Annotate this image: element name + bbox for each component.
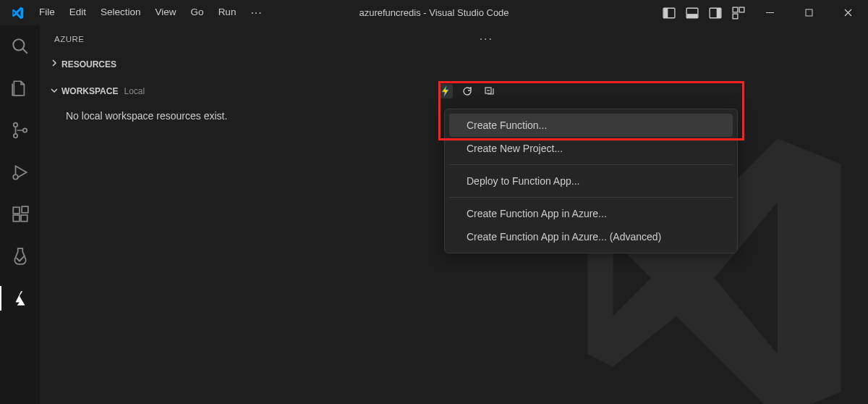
chevron-right-icon: [50, 59, 60, 70]
sidebar-header: AZURE ···: [40, 25, 505, 51]
window-controls: [663, 2, 862, 24]
svg-point-15: [22, 128, 26, 132]
azure-functions-icon[interactable]: [438, 84, 453, 98]
toggle-panel-icon[interactable]: [686, 7, 699, 20]
run-debug-icon[interactable]: [9, 161, 31, 183]
svg-rect-19: [21, 215, 27, 222]
svg-point-14: [13, 134, 17, 138]
explorer-icon[interactable]: [9, 77, 31, 99]
menu-view[interactable]: View: [148, 2, 184, 24]
svg-rect-7: [739, 7, 744, 12]
azure-icon[interactable]: [9, 287, 31, 309]
menu-file[interactable]: File: [32, 2, 62, 24]
search-icon[interactable]: [9, 35, 31, 57]
resources-header[interactable]: RESOURCES: [40, 56, 505, 72]
context-create-function-app-azure-advanced[interactable]: Create Function App in Azure... (Advance…: [449, 225, 733, 248]
svg-rect-18: [13, 215, 20, 222]
customize-layout-icon[interactable]: [732, 7, 745, 20]
maximize-button[interactable]: [794, 2, 823, 24]
menubar: File Edit Selection View Go Run ···: [32, 2, 270, 24]
context-create-new-project[interactable]: Create New Project...: [449, 137, 733, 160]
svg-line-12: [22, 49, 27, 54]
collapse-all-icon[interactable]: [482, 84, 496, 98]
workspace-suffix: Local: [124, 86, 145, 96]
workspace-label: WORKSPACE: [61, 86, 118, 96]
workspace-section: WORKSPACE Local No local workspace resou…: [40, 77, 505, 135]
svg-rect-17: [13, 207, 20, 214]
testing-icon[interactable]: [9, 245, 31, 267]
main-layout: AZURE ··· RESOURCES WORKSPACE Local: [0, 25, 868, 404]
workspace-header[interactable]: WORKSPACE Local: [40, 81, 505, 101]
svg-rect-10: [806, 9, 812, 16]
svg-rect-8: [733, 14, 738, 19]
refresh-icon[interactable]: [460, 84, 475, 98]
workspace-actions: [438, 84, 496, 98]
chevron-down-icon: [50, 86, 60, 97]
extensions-icon[interactable]: [9, 203, 31, 225]
context-deploy-function-app[interactable]: Deploy to Function App...: [449, 169, 733, 193]
context-separator: [449, 164, 733, 165]
svg-rect-9: [766, 12, 774, 13]
titlebar: File Edit Selection View Go Run ··· azur…: [0, 0, 868, 25]
window-title: azurefuncredis - Visual Studio Code: [359, 7, 509, 18]
menu-selection[interactable]: Selection: [93, 2, 148, 24]
sidebar-more-icon[interactable]: ···: [480, 33, 493, 46]
menu-run[interactable]: Run: [211, 2, 244, 24]
context-create-function[interactable]: Create Function...: [449, 114, 733, 137]
activity-bar: [0, 25, 40, 404]
sidebar-panel: AZURE ··· RESOURCES WORKSPACE Local: [40, 25, 505, 404]
toggle-primary-sidebar-icon[interactable]: [663, 7, 676, 20]
toggle-secondary-sidebar-icon[interactable]: [709, 7, 722, 20]
context-menu: Create Function... Create New Project...…: [444, 109, 738, 253]
svg-rect-3: [687, 14, 698, 17]
sidebar-title: AZURE: [54, 35, 84, 43]
svg-rect-20: [22, 206, 28, 213]
close-button[interactable]: [833, 2, 862, 24]
svg-rect-5: [717, 8, 721, 17]
svg-rect-6: [733, 7, 738, 12]
resources-label: RESOURCES: [61, 59, 116, 70]
svg-rect-1: [664, 8, 668, 17]
source-control-icon[interactable]: [9, 119, 31, 141]
context-separator: [449, 197, 733, 198]
svg-point-11: [13, 39, 24, 50]
svg-point-16: [13, 174, 18, 180]
workspace-empty-message: No local workspace resources exist.: [40, 101, 505, 130]
menu-overflow-icon[interactable]: ···: [243, 2, 269, 24]
minimize-button[interactable]: [755, 2, 784, 24]
vscode-logo-icon: [10, 6, 25, 20]
menu-go[interactable]: Go: [184, 2, 211, 24]
context-create-function-app-azure[interactable]: Create Function App in Azure...: [449, 202, 733, 225]
menu-edit[interactable]: Edit: [62, 2, 93, 24]
resources-section: RESOURCES: [40, 51, 505, 77]
svg-point-13: [13, 123, 17, 127]
